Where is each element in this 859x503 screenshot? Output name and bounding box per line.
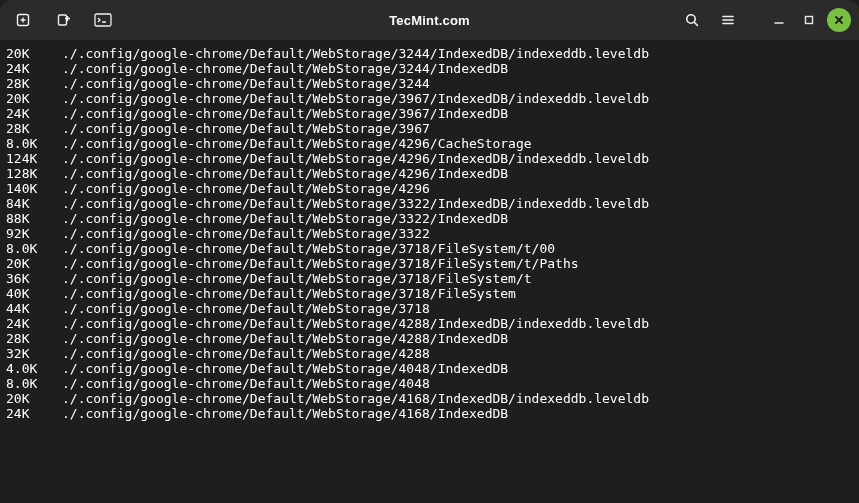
svg-rect-6 xyxy=(95,14,111,26)
file-path: ./.config/google-chrome/Default/WebStora… xyxy=(62,226,430,241)
file-path: ./.config/google-chrome/Default/WebStora… xyxy=(62,91,649,106)
maximize-icon xyxy=(802,13,816,27)
file-path: ./.config/google-chrome/Default/WebStora… xyxy=(62,46,649,61)
output-line: 8.0K./.config/google-chrome/Default/WebS… xyxy=(6,136,853,151)
output-line: 128K./.config/google-chrome/Default/WebS… xyxy=(6,166,853,181)
file-path: ./.config/google-chrome/Default/WebStora… xyxy=(62,331,508,346)
new-tab-button[interactable] xyxy=(8,5,38,35)
output-line: 88K./.config/google-chrome/Default/WebSt… xyxy=(6,211,853,226)
file-size: 28K xyxy=(6,121,62,136)
file-size: 20K xyxy=(6,391,62,406)
file-size: 24K xyxy=(6,406,62,421)
window-maximize-button[interactable] xyxy=(797,8,821,32)
file-path: ./.config/google-chrome/Default/WebStora… xyxy=(62,76,430,91)
file-size: 88K xyxy=(6,211,62,226)
output-line: 32K./.config/google-chrome/Default/WebSt… xyxy=(6,346,853,361)
output-line: 4.0K./.config/google-chrome/Default/WebS… xyxy=(6,361,853,376)
file-path: ./.config/google-chrome/Default/WebStora… xyxy=(62,121,430,136)
hamburger-icon xyxy=(720,12,736,28)
file-size: 8.0K xyxy=(6,241,62,256)
file-path: ./.config/google-chrome/Default/WebStora… xyxy=(62,376,430,391)
file-size: 44K xyxy=(6,301,62,316)
file-path: ./.config/google-chrome/Default/WebStora… xyxy=(62,406,508,421)
file-path: ./.config/google-chrome/Default/WebStora… xyxy=(62,61,508,76)
file-size: 28K xyxy=(6,331,62,346)
titlebar-right-group xyxy=(677,5,851,35)
file-size: 84K xyxy=(6,196,62,211)
file-path: ./.config/google-chrome/Default/WebStora… xyxy=(62,136,532,151)
window-close-button[interactable] xyxy=(827,8,851,32)
file-path: ./.config/google-chrome/Default/WebStora… xyxy=(62,316,649,331)
window-title: TecMint.com xyxy=(389,13,470,28)
file-size: 20K xyxy=(6,256,62,271)
svg-rect-14 xyxy=(806,17,813,24)
output-line: 20K./.config/google-chrome/Default/WebSt… xyxy=(6,91,853,106)
file-path: ./.config/google-chrome/Default/WebStora… xyxy=(62,196,649,211)
output-line: 40K./.config/google-chrome/Default/WebSt… xyxy=(6,286,853,301)
output-line: 24K./.config/google-chrome/Default/WebSt… xyxy=(6,61,853,76)
titlebar-left-group xyxy=(8,5,118,35)
titlebar: TecMint.com xyxy=(0,0,859,40)
file-size: 32K xyxy=(6,346,62,361)
terminal-prompt-icon xyxy=(94,13,112,27)
file-size: 140K xyxy=(6,181,62,196)
output-line: 8.0K./.config/google-chrome/Default/WebS… xyxy=(6,376,853,391)
output-line: 20K./.config/google-chrome/Default/WebSt… xyxy=(6,391,853,406)
file-path: ./.config/google-chrome/Default/WebStora… xyxy=(62,151,649,166)
new-tab-icon xyxy=(15,12,31,28)
file-size: 24K xyxy=(6,61,62,76)
file-path: ./.config/google-chrome/Default/WebStora… xyxy=(62,391,649,406)
output-line: 140K./.config/google-chrome/Default/WebS… xyxy=(6,181,853,196)
search-button[interactable] xyxy=(677,5,707,35)
new-window-icon xyxy=(55,12,71,28)
output-line: 92K./.config/google-chrome/Default/WebSt… xyxy=(6,226,853,241)
file-size: 92K xyxy=(6,226,62,241)
new-window-button[interactable] xyxy=(48,5,78,35)
svg-rect-3 xyxy=(59,15,67,25)
file-path: ./.config/google-chrome/Default/WebStora… xyxy=(62,361,508,376)
output-line: 36K./.config/google-chrome/Default/WebSt… xyxy=(6,271,853,286)
menu-button[interactable] xyxy=(713,5,743,35)
terminal-prompt-button[interactable] xyxy=(88,5,118,35)
output-line: 28K./.config/google-chrome/Default/WebSt… xyxy=(6,121,853,136)
output-line: 20K./.config/google-chrome/Default/WebSt… xyxy=(6,256,853,271)
svg-line-9 xyxy=(694,22,697,25)
file-size: 36K xyxy=(6,271,62,286)
output-line: 24K./.config/google-chrome/Default/WebSt… xyxy=(6,106,853,121)
file-path: ./.config/google-chrome/Default/WebStora… xyxy=(62,301,430,316)
output-line: 28K./.config/google-chrome/Default/WebSt… xyxy=(6,331,853,346)
output-line: 24K./.config/google-chrome/Default/WebSt… xyxy=(6,406,853,421)
output-line: 44K./.config/google-chrome/Default/WebSt… xyxy=(6,301,853,316)
output-line: 24K./.config/google-chrome/Default/WebSt… xyxy=(6,316,853,331)
file-path: ./.config/google-chrome/Default/WebStora… xyxy=(62,166,508,181)
terminal-output[interactable]: 20K./.config/google-chrome/Default/WebSt… xyxy=(0,40,859,503)
file-path: ./.config/google-chrome/Default/WebStora… xyxy=(62,346,430,361)
file-size: 4.0K xyxy=(6,361,62,376)
close-icon xyxy=(833,14,845,26)
file-size: 128K xyxy=(6,166,62,181)
file-size: 8.0K xyxy=(6,136,62,151)
file-size: 8.0K xyxy=(6,376,62,391)
minimize-icon xyxy=(772,13,786,27)
file-path: ./.config/google-chrome/Default/WebStora… xyxy=(62,181,430,196)
output-line: 8.0K./.config/google-chrome/Default/WebS… xyxy=(6,241,853,256)
output-line: 20K./.config/google-chrome/Default/WebSt… xyxy=(6,46,853,61)
file-size: 124K xyxy=(6,151,62,166)
file-path: ./.config/google-chrome/Default/WebStora… xyxy=(62,211,508,226)
file-path: ./.config/google-chrome/Default/WebStora… xyxy=(62,286,516,301)
file-size: 24K xyxy=(6,106,62,121)
file-path: ./.config/google-chrome/Default/WebStora… xyxy=(62,256,579,271)
file-size: 20K xyxy=(6,46,62,61)
search-icon xyxy=(684,12,700,28)
output-line: 28K./.config/google-chrome/Default/WebSt… xyxy=(6,76,853,91)
file-path: ./.config/google-chrome/Default/WebStora… xyxy=(62,106,508,121)
window-minimize-button[interactable] xyxy=(767,8,791,32)
file-size: 40K xyxy=(6,286,62,301)
file-size: 28K xyxy=(6,76,62,91)
file-size: 24K xyxy=(6,316,62,331)
file-path: ./.config/google-chrome/Default/WebStora… xyxy=(62,241,555,256)
output-line: 124K./.config/google-chrome/Default/WebS… xyxy=(6,151,853,166)
file-path: ./.config/google-chrome/Default/WebStora… xyxy=(62,271,532,286)
file-size: 20K xyxy=(6,91,62,106)
output-line: 84K./.config/google-chrome/Default/WebSt… xyxy=(6,196,853,211)
